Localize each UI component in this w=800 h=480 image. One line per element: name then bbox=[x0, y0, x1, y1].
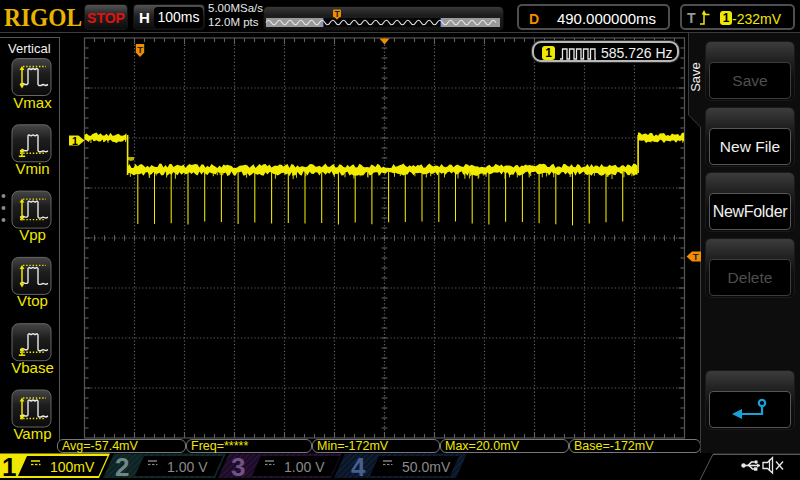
svg-text:1.00 V: 1.00 V bbox=[284, 459, 325, 475]
svg-text:Vmin: Vmin bbox=[15, 160, 49, 177]
svg-text:T: T bbox=[693, 251, 699, 262]
svg-text:3: 3 bbox=[231, 453, 245, 480]
svg-text:Vamp: Vamp bbox=[13, 425, 51, 442]
svg-text:Vtop: Vtop bbox=[17, 292, 48, 309]
svg-text:2: 2 bbox=[115, 453, 129, 480]
svg-text:1: 1 bbox=[72, 135, 78, 147]
svg-text:Vpp: Vpp bbox=[19, 226, 46, 243]
svg-text:4: 4 bbox=[351, 453, 366, 480]
svg-text:T: T bbox=[137, 44, 143, 55]
svg-text:T: T bbox=[335, 9, 341, 19]
svg-text:1: 1 bbox=[2, 453, 16, 480]
svg-text:Vmax: Vmax bbox=[13, 94, 52, 111]
svg-text:100mV: 100mV bbox=[50, 459, 95, 475]
svg-text:Vbase: Vbase bbox=[11, 359, 54, 376]
svg-text:1.00 V: 1.00 V bbox=[167, 459, 208, 475]
svg-text:50.0mV: 50.0mV bbox=[402, 459, 451, 475]
